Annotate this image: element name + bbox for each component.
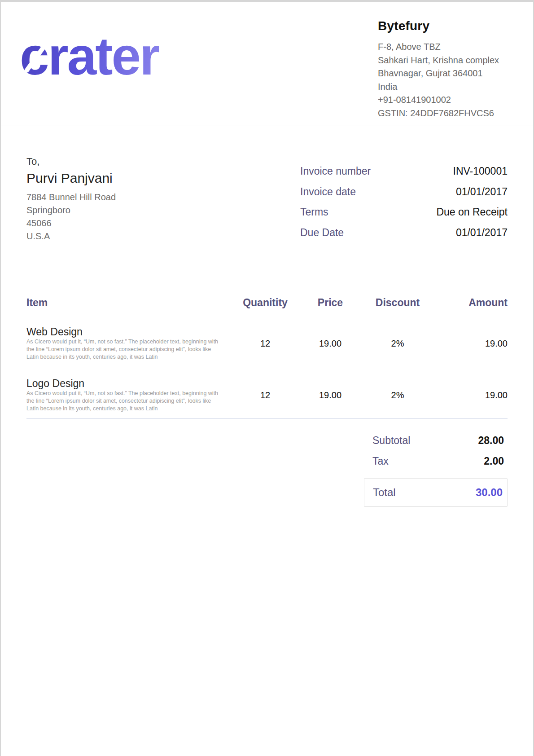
invoice-header: crater Bytefury F-8, Above TBZ Sahkari H… <box>1 2 533 126</box>
recipient-address-line: 45066 <box>26 217 116 230</box>
terms-label: Terms <box>300 206 328 218</box>
recipient-address: 7884 Bunnel Hill Road Springboro 45066 U… <box>26 191 116 243</box>
logo-slice-icon <box>186 55 210 85</box>
due-date-value: 01/01/2017 <box>456 227 508 239</box>
invoice-date-row: Invoice date 01/01/2017 <box>300 182 508 202</box>
column-header-price: Price <box>301 296 359 309</box>
crater-logo: crater <box>20 30 226 88</box>
company-address: F-8, Above TBZ Sahkari Hart, Krishna com… <box>378 40 526 120</box>
terms-row: Terms Due on Receipt <box>300 202 508 223</box>
column-header-item: Item <box>26 296 229 309</box>
grand-total-box: Total 30.00 <box>364 478 508 507</box>
items-table: Item Quanitity Price Discount Amount Web… <box>26 296 508 413</box>
totals-block: Subtotal 28.00 Tax 2.00 Total 30.00 <box>364 432 508 507</box>
item-discount: 2% <box>359 338 436 349</box>
subtotal-row: Subtotal 28.00 <box>364 432 508 448</box>
company-address-line: Sahkari Hart, Krishna complex <box>378 54 526 67</box>
column-header-discount: Discount <box>359 296 436 309</box>
item-discount: 2% <box>359 390 436 400</box>
company-phone: +91-08141901002 <box>378 93 526 107</box>
item-amount: 19.00 <box>436 338 508 349</box>
item-price: 19.00 <box>301 390 359 400</box>
company-address-line: India <box>378 80 526 94</box>
due-date-row: Due Date 01/01/2017 <box>300 223 508 243</box>
invoice-body: To, Purvi Panjvani 7884 Bunnel Hill Road… <box>1 155 533 507</box>
invoice-page: crater Bytefury F-8, Above TBZ Sahkari H… <box>1 2 533 756</box>
crater-logo-text: crater <box>20 26 159 86</box>
subtotal-value: 28.00 <box>478 435 504 447</box>
recipient-and-meta-section: To, Purvi Panjvani 7884 Bunnel Hill Road… <box>26 155 508 243</box>
item-cell: Web Design As Cicero would put it, “Um, … <box>26 326 229 361</box>
invoice-date-value: 01/01/2017 <box>456 186 508 198</box>
invoice-number-value: INV-100001 <box>453 165 508 177</box>
item-amount: 19.00 <box>436 390 508 400</box>
item-quantity: 12 <box>229 390 301 400</box>
item-name: Logo Design <box>26 378 220 389</box>
recipient-address-line: 7884 Bunnel Hill Road <box>26 191 116 204</box>
table-row: Web Design As Cicero would put it, “Um, … <box>26 326 508 361</box>
company-address-line: F-8, Above TBZ <box>378 40 526 54</box>
table-row: Logo Design As Cicero would put it, “Um,… <box>26 378 508 413</box>
item-description: As Cicero would put it, “Um, not so fast… <box>26 338 219 361</box>
item-name: Web Design <box>26 326 220 337</box>
bill-to-block: To, Purvi Panjvani 7884 Bunnel Hill Road… <box>26 155 116 243</box>
tax-row: Tax 2.00 <box>364 453 508 469</box>
tax-label: Tax <box>372 455 389 467</box>
item-cell: Logo Design As Cicero would put it, “Um,… <box>26 378 229 413</box>
invoice-date-label: Invoice date <box>300 186 356 198</box>
invoice-number-row: Invoice number INV-100001 <box>300 161 508 182</box>
to-label: To, <box>26 155 116 168</box>
grand-total-label: Total <box>373 486 396 499</box>
column-header-quantity: Quanitity <box>229 296 301 309</box>
recipient-address-line: U.S.A <box>26 230 116 243</box>
item-quantity: 12 <box>229 338 301 349</box>
tax-value: 2.00 <box>484 455 504 467</box>
company-gstin: GSTIN: 24DDF7682FHVCS6 <box>378 107 526 120</box>
company-name: Bytefury <box>378 19 526 33</box>
due-date-label: Due Date <box>300 227 344 239</box>
grand-total-value: 30.00 <box>476 486 503 499</box>
column-header-amount: Amount <box>436 296 508 309</box>
company-address-line: Bhavnagar, Gujrat 364001 <box>378 67 526 80</box>
items-table-header: Item Quanitity Price Discount Amount <box>26 296 508 309</box>
totals-divider <box>26 418 508 419</box>
item-price: 19.00 <box>301 338 359 349</box>
recipient-address-line: Springboro <box>26 204 116 217</box>
item-description: As Cicero would put it, “Um, not so fast… <box>26 390 219 413</box>
terms-value: Due on Receipt <box>436 206 508 218</box>
invoice-meta-block: Invoice number INV-100001 Invoice date 0… <box>300 161 508 243</box>
recipient-name: Purvi Panjvani <box>26 169 116 187</box>
company-info-block: Bytefury F-8, Above TBZ Sahkari Hart, Kr… <box>378 19 526 120</box>
invoice-number-label: Invoice number <box>300 165 371 177</box>
subtotal-label: Subtotal <box>372 435 410 447</box>
